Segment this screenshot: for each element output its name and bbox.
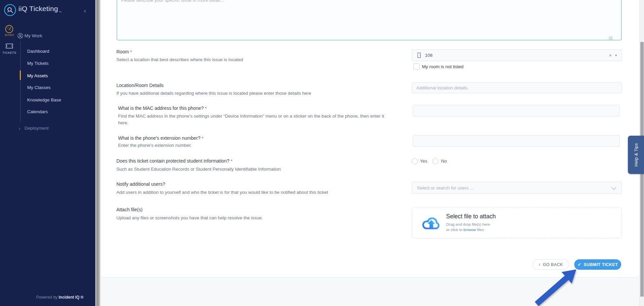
chevron-down-icon — [611, 185, 616, 190]
required-asterisk: * — [231, 159, 232, 164]
room-label: Room* — [116, 49, 132, 54]
chevron-right-icon: › — [19, 126, 20, 131]
help-tips-label: Help & Tips — [634, 143, 639, 167]
ticket-form-card: Room* Select a location that best descri… — [101, 0, 639, 277]
mac-label: What is the MAC address for this phone?* — [118, 105, 207, 111]
location-details-label: Location/Room Details — [116, 83, 164, 88]
sidebar-item-my-work[interactable]: My Work — [24, 33, 42, 38]
notify-users-select[interactable]: Select or search for users ... — [412, 182, 622, 194]
attach-files-label: Attach file(s) — [116, 207, 143, 212]
sidebar-item-my-assets[interactable]: My Assets — [27, 73, 48, 79]
mac-address-input[interactable] — [413, 105, 620, 117]
sidebar-item-knowledge-base[interactable]: Knowledge Base — [27, 97, 61, 103]
cloud-upload-icon — [421, 214, 441, 233]
location-details-description: If you have additional details regarding… — [116, 91, 311, 96]
sidebar-item-deployment[interactable]: Deployment — [24, 126, 49, 131]
protected-yes-label: Yes — [420, 159, 427, 164]
app-title: iiQ Ticketing™ — [18, 5, 61, 13]
sidebar-item-my-classes[interactable]: My Classes — [27, 85, 51, 91]
location-details-input[interactable] — [412, 82, 622, 93]
active-item-indicator — [20, 71, 21, 80]
pointer-arrow-annotation — [523, 262, 584, 306]
protected-no-radio[interactable] — [432, 158, 438, 164]
rail-tickets-label[interactable]: TICKETS — [0, 51, 19, 54]
powered-by-prefix: Powered by — [36, 295, 57, 300]
mac-description: Find the MAC address in the phone’s sett… — [118, 113, 393, 127]
iiq-logo-icon — [3, 3, 17, 17]
required-asterisk: * — [130, 49, 132, 54]
browse-link[interactable]: browse — [464, 228, 476, 232]
file-dropzone[interactable] — [412, 207, 622, 238]
extension-input[interactable] — [413, 135, 620, 147]
room-select[interactable]: 108 × ▾ — [412, 49, 622, 61]
clear-icon[interactable]: × — [609, 53, 612, 58]
rail-dash-label[interactable]: DASH — [0, 33, 19, 37]
app-screen: iiQ Ticketing™ ‹ DASH My Work — [0, 0, 644, 306]
room-value: 108 — [425, 53, 433, 58]
powered-by: Powered by Incident IQ ® — [36, 295, 84, 300]
protected-info-description: Such as Student Education Records or Stu… — [116, 167, 281, 172]
notify-users-label: Notify additional users? — [116, 181, 165, 187]
extension-label: What is the phone's extension number?* — [118, 135, 204, 141]
sidebar: iiQ Ticketing™ ‹ DASH My Work — [0, 0, 95, 306]
room-not-listed-checkbox[interactable] — [413, 63, 420, 70]
help-tips-tab[interactable]: Help & Tips — [628, 136, 644, 174]
sidebar-item-calendars[interactable]: Calendars — [27, 109, 48, 115]
extension-description: Enter the phone’s extension number. — [118, 143, 192, 148]
sidebar-collapse-icon[interactable]: ‹ — [84, 7, 86, 14]
attach-line1: Drag and drop file(s) here — [446, 222, 490, 226]
protected-no-label: No — [441, 159, 447, 164]
room-not-listed-label: My room is not listed — [422, 64, 464, 69]
door-icon — [417, 52, 422, 58]
attach-files-description: Upload any files or screenshots you have… — [116, 215, 263, 220]
required-asterisk: * — [202, 136, 204, 141]
sidebar-item-my-tickets[interactable]: My Tickets — [27, 60, 49, 67]
left-scrollbar[interactable] — [95, 0, 101, 306]
room-description: Select a location that best describes wh… — [116, 57, 243, 62]
my-work-user-icon — [17, 33, 23, 40]
protected-yes-radio[interactable] — [412, 158, 418, 164]
issue-description-textarea[interactable] — [117, 0, 622, 40]
sidebar-menu-divider — [20, 41, 21, 122]
protected-info-label: Does this ticket contain protected stude… — [116, 158, 232, 164]
notify-users-placeholder: Select or search for users ... — [417, 185, 474, 190]
notify-users-description: Add users in addition to yourself and wh… — [116, 190, 328, 195]
sidebar-item-dashboard[interactable]: Dashboard — [27, 48, 49, 54]
caret-down-icon[interactable]: ▾ — [615, 54, 617, 57]
trademark: ™ — [59, 11, 61, 14]
attach-line2: or click to browse files — [446, 228, 484, 232]
textarea-resize-handle[interactable] — [609, 36, 612, 40]
required-asterisk: * — [205, 106, 207, 111]
tickets-icon[interactable] — [5, 42, 14, 50]
attach-title: Select file to attach — [446, 213, 496, 220]
powered-by-brand: Incident IQ ® — [59, 295, 84, 300]
